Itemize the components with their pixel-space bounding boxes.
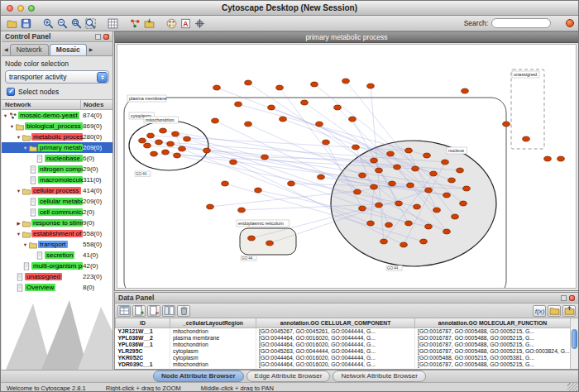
network-canvas[interactable]: plasma membranecytoplasmmitochondrionnuc… <box>117 44 577 289</box>
graph-node[interactable] <box>222 181 229 186</box>
graph-node[interactable] <box>349 117 356 122</box>
table-scrollbar[interactable] <box>570 318 578 369</box>
tree-row[interactable]: ▼establishment of lo...558(0) <box>2 228 112 239</box>
tree-row[interactable]: ▶response to stimul...9(0) <box>2 218 112 228</box>
graph-node[interactable] <box>380 239 388 244</box>
expander-open-icon[interactable]: ▼ <box>15 232 22 237</box>
graph-node[interactable] <box>266 241 274 246</box>
zoom-in-icon[interactable] <box>41 17 55 30</box>
export-attributes-icon[interactable] <box>562 305 576 317</box>
tree-row[interactable]: macromolecule...311(0) <box>2 174 112 185</box>
vizmapper-icon[interactable] <box>165 17 178 30</box>
save-session-icon[interactable] <box>19 17 32 30</box>
tab-scroll-left-icon[interactable]: ◀ <box>2 45 10 55</box>
expander-open-icon[interactable]: ▼ <box>2 113 9 118</box>
region-nucleus[interactable] <box>331 141 496 266</box>
graph-node[interactable] <box>359 173 366 178</box>
graph-node[interactable] <box>544 156 552 161</box>
network-view-title[interactable]: primary metabolic process <box>115 32 578 43</box>
graph-node[interactable] <box>179 146 186 151</box>
tree-row[interactable]: ▼primary metab...209(0) <box>2 142 112 153</box>
graph-node[interactable] <box>367 221 375 226</box>
zoom-fit-icon[interactable] <box>84 17 97 30</box>
graph-node[interactable] <box>414 204 421 209</box>
graph-node[interactable] <box>442 160 449 165</box>
trash-icon[interactable] <box>177 305 190 317</box>
tab-network[interactable]: Network <box>10 44 49 55</box>
graph-node[interactable] <box>323 140 330 145</box>
graph-node[interactable] <box>167 141 175 146</box>
import-network-icon[interactable] <box>142 17 156 30</box>
graph-node[interactable] <box>280 117 287 122</box>
tab-node-attribute-browser[interactable]: Node Attribute Browser <box>153 370 244 382</box>
tree-row[interactable]: multi-organism pro...42(0) <box>2 261 112 271</box>
graph-node[interactable] <box>394 165 401 170</box>
function-builder-icon[interactable]: f(x) <box>533 305 546 317</box>
graph-node[interactable] <box>207 204 214 209</box>
table-row[interactable]: YKR052Ccytoplasm[GO:0044464, GO:0016020,… <box>116 355 571 361</box>
graph-node[interactable] <box>301 100 309 105</box>
graph-node[interactable] <box>430 171 438 176</box>
graph-node[interactable] <box>203 148 211 153</box>
graph-node[interactable] <box>268 105 275 110</box>
delete-attribute-icon[interactable] <box>147 305 160 317</box>
graph-node[interactable] <box>245 122 252 127</box>
column-header-1[interactable]: _cellularLayoutRegion <box>170 318 256 327</box>
graph-node[interactable] <box>371 158 378 163</box>
graph-node[interactable] <box>463 186 471 191</box>
graph-node[interactable] <box>288 181 295 186</box>
node-color-dropdown[interactable]: transporter activity <box>5 70 109 84</box>
graph-node[interactable] <box>248 236 256 241</box>
graph-node[interactable] <box>334 105 342 110</box>
table-row[interactable]: YPL036W__2plasma membrane[GO:0044464, GO… <box>116 335 571 342</box>
tab-scroll-right-icon[interactable]: ▶ <box>88 45 95 55</box>
float-panel-icon[interactable] <box>95 34 101 40</box>
show-all-icon[interactable] <box>106 17 119 30</box>
graph-node[interactable] <box>387 151 395 156</box>
graph-node[interactable] <box>230 160 237 165</box>
attribute-table[interactable]: ID_cellularLayoutRegionannotation.GO CEL… <box>115 318 571 368</box>
close-data-panel-icon[interactable] <box>569 295 575 301</box>
graph-node[interactable] <box>452 214 459 219</box>
tree-col-nodes[interactable]: Nodes <box>81 100 112 109</box>
preferences-icon[interactable] <box>193 17 206 30</box>
graph-node[interactable] <box>318 174 325 179</box>
search-input[interactable] <box>491 18 551 28</box>
tree-row[interactable]: ▼transport558(0) <box>2 239 112 250</box>
graph-node[interactable] <box>184 136 191 141</box>
graph-node[interactable] <box>245 80 252 85</box>
tree-row[interactable]: Overview8(0) <box>2 282 112 293</box>
graph-node[interactable] <box>405 148 413 153</box>
graph-node[interactable] <box>389 181 396 186</box>
expander-closed-icon[interactable]: ▶ <box>15 221 22 226</box>
table-row[interactable]: YPL036W__1mitochondrion[GO:0044464, GO:0… <box>116 342 571 348</box>
tab-edge-attribute-browser[interactable]: Edge Attribute Browser <box>246 370 331 382</box>
resize-grip[interactable] <box>567 383 577 392</box>
column-header-2[interactable]: annotation.GO CELLULAR_COMPONENT <box>256 318 415 327</box>
graph-node[interactable] <box>376 203 383 208</box>
graph-node[interactable] <box>457 168 464 173</box>
scrollbar-thumb[interactable] <box>572 329 577 349</box>
graph-node[interactable] <box>352 145 360 150</box>
close-panel-icon[interactable] <box>103 34 109 40</box>
graph-node[interactable] <box>162 150 170 155</box>
graph-node[interactable] <box>238 208 246 213</box>
graph-node[interactable] <box>174 153 181 158</box>
graph-node[interactable] <box>311 82 318 87</box>
open-session-icon[interactable] <box>5 17 18 30</box>
table-row[interactable]: YJR121W__1mitochondrion[GO:0045267, GO:0… <box>116 327 571 335</box>
expander-open-icon[interactable]: ▼ <box>22 242 29 247</box>
graph-node[interactable] <box>255 188 262 193</box>
graph-node[interactable] <box>276 85 284 90</box>
annotation-icon[interactable]: A <box>179 17 192 30</box>
graph-node[interactable] <box>139 138 146 143</box>
tree-row[interactable]: ▼cellular process414(0) <box>2 185 112 196</box>
graph-node[interactable] <box>557 156 565 161</box>
column-settings-icon[interactable] <box>162 305 175 317</box>
graph-node[interactable] <box>407 183 414 188</box>
graph-node[interactable] <box>147 133 155 138</box>
column-header-3[interactable]: annotation.GO MOLECULAR_FUNCTION <box>415 318 571 327</box>
tree-row[interactable]: nucleobase...6(0) <box>2 153 112 164</box>
tab-network-attribute-browser[interactable]: Network Attribute Browser <box>333 370 425 382</box>
graph-node[interactable] <box>395 201 403 206</box>
